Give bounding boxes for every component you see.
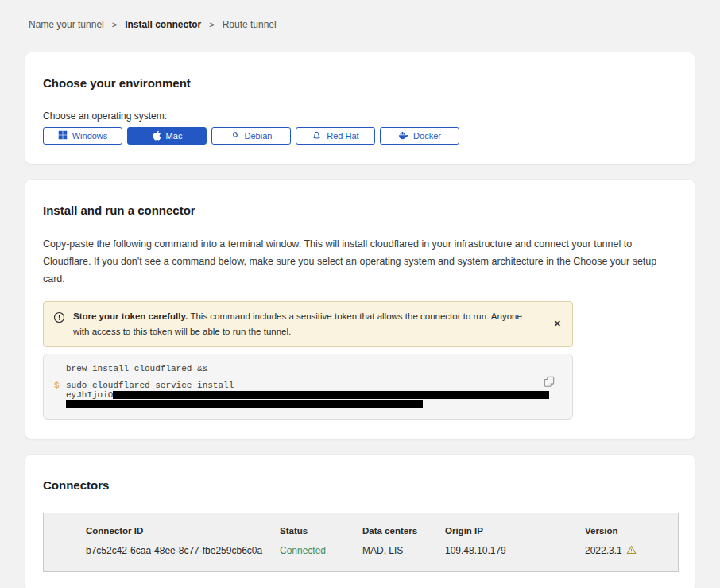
token-prefix: eyJhIjoiO: [66, 390, 113, 400]
shell-prompt: $: [54, 381, 66, 390]
os-button-label: Mac: [166, 131, 183, 141]
breadcrumb: Name your tunnel > Install connector > R…: [29, 19, 695, 30]
breadcrumb-step-name-your-tunnel[interactable]: Name your tunnel: [29, 19, 104, 30]
breadcrumb-separator: >: [209, 20, 214, 29]
breadcrumb-separator: >: [112, 20, 117, 29]
redacted-token-bar: [113, 391, 549, 399]
alert-circle-icon: [53, 311, 65, 328]
code-text: sudo cloudflared service install: [66, 381, 561, 390]
code-gutter: [54, 400, 66, 409]
connectors-table: Connector ID Status Data centers Origin …: [43, 513, 679, 572]
token-warning-title: Store your token carefully.: [73, 311, 190, 321]
connectors-card: Connectors Connector ID Status Data cent…: [25, 454, 695, 588]
origin-ip-value: 109.48.10.179: [445, 542, 585, 559]
os-button-group: Windows Mac Debian: [43, 127, 677, 145]
environment-card: Choose your environment Choose an operat…: [25, 52, 695, 164]
os-button-windows[interactable]: Windows: [43, 127, 122, 145]
os-button-label: Red Hat: [327, 131, 358, 141]
install-description: Copy-paste the following command into a …: [43, 236, 677, 288]
apple-icon: [152, 130, 161, 142]
token-warning-banner: Store your token carefully. This command…: [43, 301, 573, 347]
code-gutter: [54, 391, 66, 400]
breadcrumb-step-install-connector[interactable]: Install connector: [125, 19, 201, 30]
os-button-debian[interactable]: Debian: [211, 127, 291, 145]
token-warning-text: Store your token carefully. This command…: [73, 309, 544, 339]
code-token-line: [66, 400, 561, 409]
copy-icon[interactable]: [544, 376, 555, 390]
docker-icon: [398, 130, 408, 141]
column-header-status: Status: [280, 523, 362, 542]
redhat-icon: [312, 130, 322, 142]
breadcrumb-step-route-tunnel[interactable]: Route tunnel: [223, 19, 277, 30]
os-button-redhat[interactable]: Red Hat: [296, 127, 375, 145]
code-token-line: eyJhIjoiO: [66, 391, 561, 400]
column-header-data-centers: Data centers: [362, 523, 445, 542]
code-line-2: $ sudo cloudflared service install: [54, 381, 561, 390]
os-button-label: Debian: [245, 131, 273, 141]
version-cell: 2022.3.1: [585, 542, 678, 560]
status-badge: Connected: [280, 542, 362, 559]
install-command-code-block: brew install cloudflared && $ sudo cloud…: [43, 354, 573, 420]
os-button-label: Docker: [413, 131, 441, 141]
code-text: brew install cloudflared &&: [66, 365, 561, 373]
code-line-3: eyJhIjoiO: [54, 391, 561, 400]
install-card-title: Install and run a connector: [43, 203, 677, 217]
os-button-docker[interactable]: Docker: [380, 127, 459, 145]
warning-triangle-icon: [626, 545, 637, 557]
data-centers-value: MAD, LIS: [362, 542, 445, 559]
column-header-connector-id: Connector ID: [86, 523, 280, 542]
debian-icon: [230, 130, 240, 141]
code-line-1: brew install cloudflared &&: [54, 365, 561, 373]
column-header-version: Version: [585, 523, 678, 542]
os-select-label: Choose an operating system:: [43, 110, 677, 122]
environment-card-title: Choose your environment: [43, 76, 677, 90]
column-header-origin-ip: Origin IP: [445, 523, 585, 542]
code-gutter: [54, 365, 66, 373]
page: Name your tunnel > Install connector > R…: [0, 0, 720, 588]
install-card: Install and run a connector Copy-paste t…: [25, 179, 695, 439]
code-line-4: [54, 400, 561, 409]
os-button-label: Windows: [72, 131, 108, 141]
close-icon[interactable]: ✕: [552, 318, 563, 330]
connectors-table-header: Connector ID Status Data centers Origin …: [86, 523, 678, 542]
table-row: b7c52c42-6caa-48ee-8c77-fbe259cb6c0a Con…: [86, 542, 678, 560]
os-button-mac[interactable]: Mac: [127, 127, 207, 145]
connectors-card-title: Connectors: [43, 478, 677, 492]
windows-icon: [58, 130, 68, 141]
version-value: 2022.3.1: [585, 545, 622, 556]
connector-id-value: b7c52c42-6caa-48ee-8c77-fbe259cb6c0a: [86, 542, 280, 559]
redacted-token-bar: [66, 400, 423, 408]
